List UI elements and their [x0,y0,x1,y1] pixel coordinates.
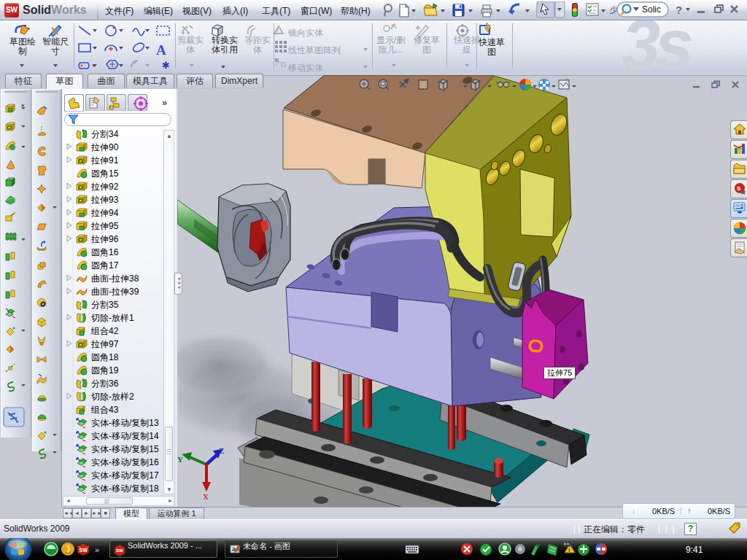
svg-text:拉伸94: 拉伸94 [90,208,119,218]
svg-text:曲面-拉伸39: 曲面-拉伸39 [91,287,139,297]
svg-text:Y: Y [177,455,183,464]
svg-text:实体-移动/复制13: 实体-移动/复制13 [91,418,159,428]
svg-text:分割34: 分割34 [91,129,119,139]
svg-text:A: A [156,42,166,58]
svg-text:圆角15: 圆角15 [91,168,119,179]
svg-text:曲面-拉伸38: 曲面-拉伸38 [91,273,139,284]
svg-text:切除-放样1: 切除-放样1 [90,313,134,323]
svg-text:圆角19: 圆角19 [91,365,119,376]
svg-text:»: » [95,545,99,554]
svg-text:S: S [737,185,741,192]
svg-text:实体-移动/复制14: 实体-移动/复制14 [91,431,159,441]
svg-text:分割35: 分割35 [91,300,119,310]
svg-text:拉伸97: 拉伸97 [90,339,119,349]
svg-text:实体-移动/复制17: 实体-移动/复制17 [91,470,159,481]
svg-text:!: ! [276,26,279,34]
svg-text:拉伸93: 拉伸93 [90,195,119,205]
svg-text:切除-放样2: 切除-放样2 [90,392,134,402]
svg-text:SW: SW [116,548,123,553]
svg-text:组合43: 组合43 [90,405,119,415]
svg-text:X: X [203,492,209,501]
svg-text:✱: ✱ [162,60,170,71]
svg-text:Solic: Solic [642,4,661,15]
svg-text:分割36: 分割36 [91,378,119,389]
svg-text:圆角18: 圆角18 [91,352,119,362]
svg-text:圆角16: 圆角16 [91,247,119,257]
svg-text:实体-移动/复制18: 实体-移动/复制18 [91,483,159,494]
svg-text:组合42: 组合42 [90,326,119,336]
svg-text:拉伸91: 拉伸91 [90,155,119,166]
svg-text:SW: SW [80,548,88,553]
svg-text:圆角17: 圆角17 [91,260,119,271]
svg-text:实体-移动/复制15: 实体-移动/复制15 [91,444,159,454]
svg-text:拉伸92: 拉伸92 [90,182,119,192]
svg-text:拉伸96: 拉伸96 [90,234,119,244]
svg-text:?: ? [676,4,682,16]
svg-text:实体-移动/复制16: 实体-移动/复制16 [91,457,159,467]
svg-text:拉伸95: 拉伸95 [90,221,119,231]
svg-text:!: ! [568,547,570,553]
svg-text:Z: Z [219,446,224,455]
svg-text:拉伸90: 拉伸90 [90,142,119,152]
